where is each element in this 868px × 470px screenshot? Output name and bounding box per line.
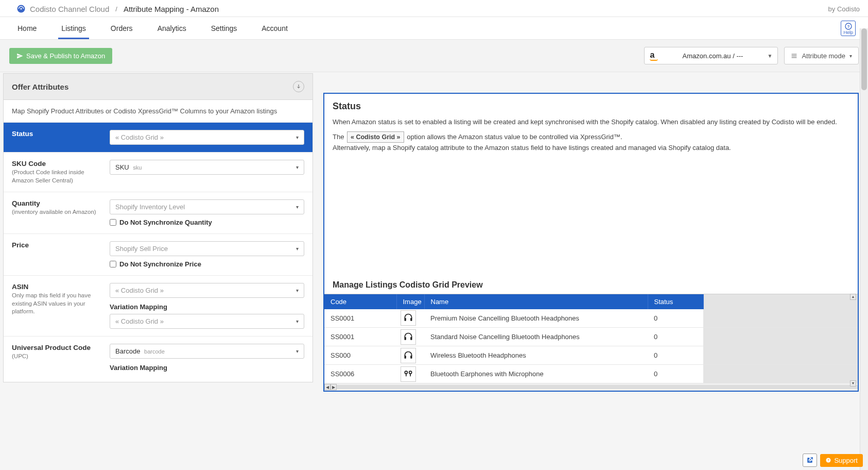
field-row-asin: ASIN Only map this field if you have exi… xyxy=(4,276,313,337)
header-bar: Codisto Channel Cloud / Attribute Mappin… xyxy=(0,0,868,17)
tab-analytics[interactable]: Analytics xyxy=(154,17,189,39)
breadcrumb-separator: / xyxy=(115,5,117,13)
upc-sublabel: (UPC) xyxy=(12,352,99,361)
nav-bar: Home Listings Orders Analytics Settings … xyxy=(0,17,868,40)
tab-account[interactable]: Account xyxy=(258,17,291,39)
quantity-label: Quantity xyxy=(12,199,99,207)
svg-rect-8 xyxy=(405,356,406,359)
scroll-left-icon[interactable]: ◀ xyxy=(324,384,331,390)
upc-value: Barcode xyxy=(115,347,140,355)
scroll-right-icon[interactable]: ▶ xyxy=(331,384,337,390)
svg-text:?: ? xyxy=(847,24,849,28)
sku-sublabel: (Product Code linked inside Amazon Selle… xyxy=(12,169,99,184)
price-sync-label: Do Not Synchronize Price xyxy=(119,260,201,268)
scroll-up-icon[interactable]: ▲ xyxy=(850,294,856,300)
tab-orders[interactable]: Orders xyxy=(108,17,136,39)
info-title: Status xyxy=(324,94,858,117)
field-row-status[interactable]: Status « Codisto Grid » ▾ xyxy=(4,123,313,153)
help-button[interactable]: ? Help xyxy=(841,21,856,36)
price-placeholder: Shopify Sell Price xyxy=(115,245,168,253)
quantity-sync-checkbox-row[interactable]: Do Not Synchronize Quantity xyxy=(110,219,304,226)
col-name[interactable]: Name xyxy=(424,294,648,309)
status-select[interactable]: « Codisto Grid » ▾ xyxy=(110,130,304,145)
table-row[interactable]: SS0001Standard Noise Cancelling Bluetoot… xyxy=(324,328,858,346)
breadcrumb-root[interactable]: Codisto Channel Cloud xyxy=(30,5,109,13)
tab-settings[interactable]: Settings xyxy=(208,17,240,39)
col-image[interactable]: Image xyxy=(396,294,424,309)
help-icon: ? xyxy=(844,22,853,30)
page-scrollbar[interactable] xyxy=(860,28,868,397)
hscroll-track[interactable] xyxy=(337,385,858,389)
field-row-quantity: Quantity (inventory available on Amazon)… xyxy=(4,192,313,234)
quantity-sync-label: Do Not Synchronize Quantity xyxy=(119,219,212,226)
quantity-select[interactable]: Shopify Inventory Level ▾ xyxy=(110,199,304,214)
codisto-grid-badge: « Codisto Grid » xyxy=(347,131,404,143)
cell-code: SS0001 xyxy=(324,309,396,328)
grid-vertical-scrollbar[interactable]: ▲ ▼ xyxy=(850,294,856,387)
svg-point-1 xyxy=(21,8,22,10)
scroll-down-icon[interactable]: ▼ xyxy=(850,380,856,387)
quantity-sync-checkbox[interactable] xyxy=(110,219,116,226)
asin-select[interactable]: « Codisto Grid » ▾ xyxy=(110,283,304,298)
chevron-down-icon: ▾ xyxy=(296,246,299,251)
price-label: Price xyxy=(12,241,99,249)
by-codisto-label: by Codisto xyxy=(828,5,860,13)
cell-image xyxy=(396,346,424,365)
svg-rect-9 xyxy=(410,356,412,359)
table-row[interactable]: SS000Wireless Bluetooth Headphones0 xyxy=(324,346,858,365)
col-status[interactable]: Status xyxy=(648,294,703,309)
upc-value-sub: barcode xyxy=(144,348,165,355)
status-label: Status xyxy=(12,130,99,138)
chevron-down-icon: ▾ xyxy=(296,348,299,354)
amazon-logo-icon: a xyxy=(650,51,658,61)
offer-attributes-panel: Offer Attributes Map Shopify Product Att… xyxy=(3,73,313,382)
asin-variation-select[interactable]: « Codisto Grid » ▾ xyxy=(110,314,304,329)
upc-label: Universal Product Code xyxy=(12,344,99,351)
collapse-button[interactable] xyxy=(293,81,304,92)
price-select[interactable]: Shopify Sell Price ▾ xyxy=(110,241,304,256)
tab-home[interactable]: Home xyxy=(14,17,40,39)
save-publish-label: Save & Publish to Amazon xyxy=(26,52,105,60)
grid-horizontal-scrollbar[interactable]: ◀ ▶ xyxy=(324,383,858,391)
info-para-1: When Amazon status is set to enabled a l… xyxy=(333,117,849,127)
preview-title: Manage Listings Codisto Grid Preview xyxy=(324,275,858,294)
preview-grid: Code Image Name Status SS0001Premium Noi… xyxy=(324,294,858,391)
upc-variation-label: Variation Mapping xyxy=(110,364,304,372)
tab-listings[interactable]: Listings xyxy=(58,17,89,39)
cell-image xyxy=(396,365,424,383)
price-sync-checkbox-row[interactable]: Do Not Synchronize Price xyxy=(110,260,304,268)
table-row[interactable]: SS0001Premium Noise Cancelling Bluetooth… xyxy=(324,309,858,328)
sku-select[interactable]: SKU sku ▾ xyxy=(110,160,304,175)
col-rest xyxy=(703,294,858,309)
attribute-mode-button[interactable]: Attribute mode ▾ xyxy=(784,47,859,64)
svg-rect-5 xyxy=(410,318,412,321)
upc-select[interactable]: Barcode barcode ▾ xyxy=(110,344,304,359)
arrow-down-circle-icon xyxy=(296,83,302,90)
amazon-marketplace-select[interactable]: a Amazon.com.au / --- ▼ xyxy=(644,47,778,64)
cell-code: SS0006 xyxy=(324,365,396,383)
cell-rest xyxy=(703,346,858,365)
field-row-upc: Universal Product Code (UPC) Barcode bar… xyxy=(4,337,313,382)
breadcrumb-current: Attribute Mapping - Amazon xyxy=(124,5,219,13)
list-icon xyxy=(791,53,797,59)
table-row[interactable]: SS0006Bluetooth Earphones with Microphon… xyxy=(324,365,858,383)
sku-select-value: SKU xyxy=(115,163,129,171)
asin-label: ASIN xyxy=(12,283,99,291)
save-publish-button[interactable]: Save & Publish to Amazon xyxy=(9,48,112,64)
quantity-sublabel: (inventory available on Amazon) xyxy=(12,208,99,216)
svg-rect-6 xyxy=(405,337,406,340)
cell-name: Standard Noise Cancelling Bluetooth Head… xyxy=(424,328,648,346)
cell-image xyxy=(396,309,424,328)
asin-variation-label: Variation Mapping xyxy=(110,303,304,311)
page-scrollbar-thumb[interactable] xyxy=(861,28,867,90)
col-code[interactable]: Code xyxy=(324,294,396,309)
cell-name: Wireless Bluetooth Headphones xyxy=(424,346,648,365)
field-row-price: Price Shopify Sell Price ▾ Do Not Synchr… xyxy=(4,234,313,276)
quantity-placeholder: Shopify Inventory Level xyxy=(115,203,185,211)
price-sync-checkbox[interactable] xyxy=(110,261,116,267)
product-image-icon xyxy=(401,329,416,345)
attribute-mode-label: Attribute mode xyxy=(802,52,845,60)
cell-rest xyxy=(703,309,858,328)
cell-status: 0 xyxy=(648,365,703,383)
codisto-logo-icon xyxy=(16,4,26,13)
